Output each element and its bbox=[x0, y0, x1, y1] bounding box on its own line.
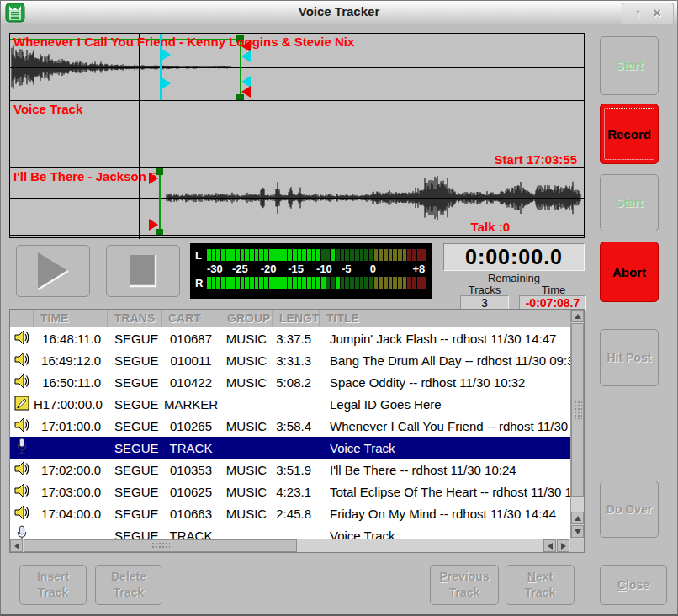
cell-title: Jumpin' Jack Flash -- rdhost 11/30 14:47 bbox=[320, 332, 572, 346]
vertical-scrollbar[interactable] bbox=[570, 310, 584, 540]
meter-segment bbox=[417, 249, 421, 261]
meter-segment bbox=[341, 277, 345, 289]
column-header-cart[interactable]: CART bbox=[162, 310, 220, 327]
meter-segment bbox=[216, 277, 220, 289]
cell-length: 3:31.3 bbox=[273, 353, 320, 368]
scroll-left-button-2[interactable] bbox=[543, 539, 556, 552]
scroll-down-button[interactable] bbox=[571, 525, 584, 538]
meter-segment bbox=[384, 277, 388, 289]
zero-line bbox=[10, 198, 584, 199]
titlebar[interactable]: Voice Tracker ↑ × bbox=[1, 1, 677, 24]
track-pane-next[interactable]: I'll Be There - Jackson 5 Talk :0 bbox=[10, 168, 584, 236]
hit-post-button[interactable]: Hit Post bbox=[600, 329, 659, 386]
scroll-up-button[interactable] bbox=[571, 310, 584, 322]
scroll-up-button-2[interactable] bbox=[571, 512, 584, 524]
log-row[interactable]: 17:02:00.0SEGUE010353MUSIC3:51.9I'll Be … bbox=[10, 459, 572, 481]
meter-segment bbox=[302, 249, 306, 261]
start-1-button[interactable]: Start bbox=[600, 36, 659, 95]
meter-segment bbox=[245, 277, 249, 289]
cell-cart: 010353 bbox=[162, 463, 220, 477]
record-button[interactable]: Record bbox=[600, 104, 659, 164]
meter-segment bbox=[398, 277, 402, 289]
end-marker-icon[interactable] bbox=[241, 86, 251, 98]
mic-icon bbox=[10, 438, 34, 459]
zero-line bbox=[10, 67, 584, 68]
meter-segment bbox=[364, 249, 368, 261]
meter-segment bbox=[350, 249, 354, 261]
horizontal-scroll-thumb[interactable] bbox=[24, 539, 297, 552]
meter-segment bbox=[341, 249, 345, 261]
meter-segment bbox=[236, 277, 240, 289]
log-row[interactable]: 17:04:00.0SEGUE010663MUSIC2:45.8Friday O… bbox=[10, 502, 572, 524]
cell-trans: SEGUE bbox=[108, 507, 162, 521]
track-start-line[interactable] bbox=[159, 170, 161, 234]
speaker-icon bbox=[10, 328, 34, 349]
vertical-scroll-thumb[interactable] bbox=[571, 323, 584, 497]
column-header-title[interactable]: TITLE bbox=[320, 310, 572, 327]
track-editor[interactable]: Whenever I Call You Friend - Kenny Loggi… bbox=[9, 33, 585, 238]
gain-line[interactable] bbox=[159, 173, 584, 173]
abort-button[interactable]: Abort bbox=[600, 242, 659, 302]
talk-end-marker-icon[interactable] bbox=[241, 50, 251, 62]
meter-segment bbox=[403, 277, 407, 289]
meter-segment bbox=[374, 249, 379, 261]
cell-title: Bang The Drum All Day -- rdhost 11/30 09… bbox=[320, 353, 572, 368]
cell-trans: SEGUE bbox=[108, 375, 162, 390]
meter-segment bbox=[298, 277, 302, 289]
cell-length: 3:37.5 bbox=[273, 332, 320, 346]
cell-title: Voice Track bbox=[320, 441, 572, 455]
next-track-button[interactable]: NextTrack bbox=[506, 565, 575, 605]
speaker-icon bbox=[10, 481, 34, 502]
scroll-left-button[interactable] bbox=[10, 539, 23, 552]
horizontal-scrollbar[interactable] bbox=[10, 539, 572, 552]
shade-window-button[interactable]: ↑ bbox=[634, 7, 641, 20]
start-2-button[interactable]: Start bbox=[600, 174, 659, 231]
meter-segment bbox=[221, 249, 225, 261]
log-row[interactable]: 17:03:00.0SEGUE010625MUSIC4:23.1Total Ec… bbox=[10, 481, 572, 502]
cell-title: Friday On My Mind -- rdhost 11/30 14:44 bbox=[320, 507, 572, 521]
meter-segment bbox=[269, 277, 273, 289]
do-over-button[interactable]: Do Over bbox=[600, 481, 659, 538]
column-header-trans[interactable]: TRANS bbox=[108, 310, 162, 327]
talk-marker-handle-icon[interactable] bbox=[162, 49, 171, 61]
talk-time-label: Talk :0 bbox=[471, 220, 510, 234]
meter-segment bbox=[269, 249, 273, 261]
meter-segment bbox=[384, 249, 388, 261]
meter-segment bbox=[207, 249, 211, 261]
log-row[interactable]: 16:50:11.0SEGUE010422MUSIC5:08.2Space Od… bbox=[10, 371, 572, 393]
meter-segment bbox=[412, 277, 416, 289]
track-pane-previous[interactable]: Whenever I Call You Friend - Kenny Loggi… bbox=[10, 34, 584, 101]
log-row-selected[interactable]: SEGUETRACKVoice Track bbox=[10, 437, 572, 459]
log-row[interactable]: 16:49:12.0SEGUE010011MUSIC3:31.3Bang The… bbox=[10, 349, 572, 371]
cell-cart: 010687 bbox=[162, 332, 220, 346]
speaker-icon bbox=[10, 416, 34, 437]
close-button[interactable]: Close bbox=[600, 565, 667, 605]
cell-time: 17:03:00.0 bbox=[34, 485, 108, 499]
log-row[interactable]: 17:01:00.0SEGUE010265MUSIC3:58.4Whenever… bbox=[10, 415, 572, 437]
column-header-icon[interactable] bbox=[10, 310, 34, 327]
track-pane-voice[interactable]: Voice Track Start 17:03:55 bbox=[10, 101, 584, 168]
column-header-group[interactable]: GROUP bbox=[220, 310, 273, 327]
stop-button[interactable] bbox=[106, 245, 180, 297]
meter-segment bbox=[241, 249, 245, 261]
cell-title: Space Oddity -- rdhost 11/30 10:32 bbox=[320, 375, 572, 390]
log-row[interactable]: 16:48:11.0SEGUE010687MUSIC3:37.5Jumpin' … bbox=[10, 327, 572, 349]
insert-track-button[interactable]: InsertTrack bbox=[19, 565, 87, 605]
meter-segment bbox=[417, 277, 421, 289]
meter-right-label: R bbox=[195, 277, 207, 289]
scroll-right-button[interactable] bbox=[557, 539, 569, 552]
delete-track-button[interactable]: DeleteTrack bbox=[95, 565, 162, 605]
log-row[interactable]: H17:00:00.0SEGUEMARKERLegal ID Goes Here bbox=[10, 393, 572, 415]
remaining-tracks-label: Tracks bbox=[455, 284, 514, 296]
column-header-time[interactable]: TIME bbox=[34, 310, 108, 327]
meter-segment bbox=[364, 277, 368, 289]
column-header-length[interactable]: LENGTH bbox=[273, 310, 320, 327]
meter-segment bbox=[350, 277, 354, 289]
talk-marker-handle-icon[interactable] bbox=[162, 77, 171, 89]
play-button[interactable] bbox=[16, 245, 90, 297]
cell-title: Total Eclipse Of The Heart -- rdhost 11/… bbox=[320, 485, 572, 499]
close-window-button[interactable]: × bbox=[653, 7, 660, 20]
start-marker-icon[interactable] bbox=[149, 219, 158, 231]
meter-scale-tick: +8 bbox=[412, 263, 425, 275]
previous-track-button[interactable]: PreviousTrack bbox=[430, 565, 499, 605]
